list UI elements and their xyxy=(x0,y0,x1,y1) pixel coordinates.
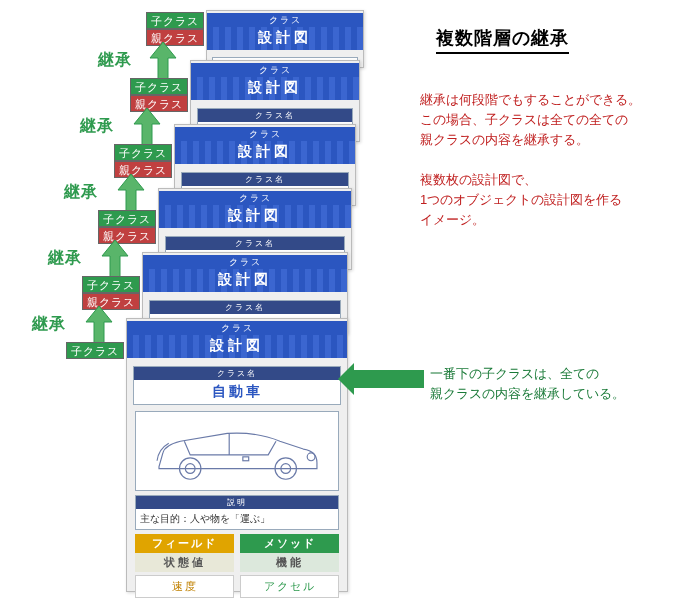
methods-column: メソッド 機能 アクセル ブレーキ クラッチ xyxy=(240,534,339,601)
inherit-label: 継承 xyxy=(80,116,114,137)
card-title: 設計図 xyxy=(143,269,347,292)
class-name-label: クラス名 xyxy=(166,237,344,250)
card-sup: クラス xyxy=(127,321,347,335)
svg-rect-1 xyxy=(243,457,249,461)
description-label: 説明 xyxy=(136,496,338,509)
class-name-label: クラス名 xyxy=(198,109,352,122)
svg-marker-7 xyxy=(150,42,176,82)
arrow-up-icon xyxy=(100,240,130,280)
arrow-up-icon xyxy=(116,174,146,214)
description-box: 説明 主な目的：人や物を「運ぶ」 xyxy=(135,495,339,530)
description-text: 主な目的：人や物を「運ぶ」 xyxy=(136,509,338,529)
card-sup: クラス xyxy=(175,127,355,141)
inherit-label: 継承 xyxy=(32,314,66,335)
class-name: 自動車 xyxy=(134,380,340,404)
field-item: 速度 xyxy=(135,575,234,598)
method-item: アクセル xyxy=(240,575,339,598)
car-icon xyxy=(136,412,338,490)
svg-marker-11 xyxy=(86,306,112,346)
explain-paragraph-1: 継承は何段階でもすることができる。 この場合、子クラスは全ての全ての 親クラスの… xyxy=(420,90,678,150)
callout-arrow-icon xyxy=(354,370,424,388)
inherit-label: 継承 xyxy=(64,182,98,203)
svg-point-6 xyxy=(307,453,315,461)
class-card-front: クラス 設計図 クラス名 自動車 xyxy=(126,318,348,592)
svg-marker-8 xyxy=(134,108,160,148)
car-drawing xyxy=(135,411,339,491)
arrow-up-icon xyxy=(84,306,114,346)
card-title: 設計図 xyxy=(127,335,347,358)
page-heading: 複数階層の継承 xyxy=(436,26,569,54)
inherit-label: 継承 xyxy=(98,50,132,71)
methods-head: メソッド xyxy=(240,534,339,553)
class-name-label: クラス名 xyxy=(150,301,340,314)
inherit-label: 継承 xyxy=(48,248,82,269)
callout-text: 一番下の子クラスは、全ての 親クラスの内容を継承している。 xyxy=(430,364,662,403)
svg-marker-10 xyxy=(102,240,128,280)
class-name-label: クラス名 xyxy=(134,367,340,380)
svg-marker-9 xyxy=(118,174,144,214)
methods-sub: 機能 xyxy=(240,553,339,572)
child-badge: 子クラス xyxy=(82,276,140,293)
explain-paragraph-2: 複数枚の設計図で、 1つのオブジェクトの設計図を作る イメージ。 xyxy=(420,170,678,230)
fields-sub: 状態値 xyxy=(135,553,234,572)
card-sup: クラス xyxy=(143,255,347,269)
card-title: 設計図 xyxy=(159,205,351,228)
card-sup: クラス xyxy=(191,63,359,77)
child-badge: 子クラス xyxy=(114,144,172,161)
child-badge: 子クラス xyxy=(98,210,156,227)
arrow-up-icon xyxy=(148,42,178,82)
card-title: 設計図 xyxy=(175,141,355,164)
class-name-label: クラス名 xyxy=(182,173,348,186)
child-badge: 子クラス xyxy=(130,78,188,95)
arrow-up-icon xyxy=(132,108,162,148)
fields-head: フィールド xyxy=(135,534,234,553)
child-badge: 子クラス xyxy=(66,342,124,359)
child-badge: 子クラス xyxy=(146,12,204,29)
card-sup: クラス xyxy=(207,13,363,27)
card-title: 設計図 xyxy=(207,27,363,50)
card-sup: クラス xyxy=(159,191,351,205)
fields-column: フィールド 状態値 速度 燃料量 車体色 xyxy=(135,534,234,601)
card-title: 設計図 xyxy=(191,77,359,100)
